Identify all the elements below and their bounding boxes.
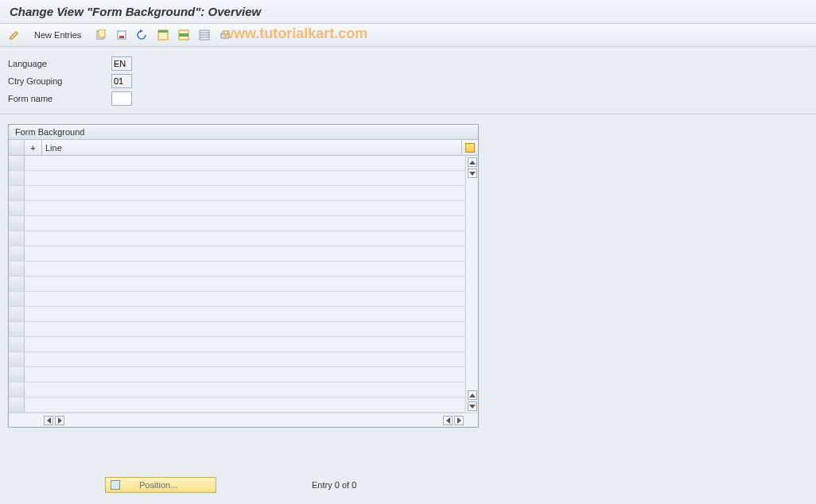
row-selector[interactable]: [9, 262, 25, 276]
language-field[interactable]: [111, 56, 132, 71]
row-cell[interactable]: [25, 186, 465, 200]
row-cell[interactable]: [25, 156, 465, 170]
svg-rect-5: [158, 30, 168, 33]
select-column-header[interactable]: [9, 140, 25, 155]
scroll-right-icon[interactable]: [55, 416, 64, 425]
line-column-header[interactable]: Line: [42, 140, 462, 155]
row-cell[interactable]: [25, 322, 465, 336]
form-name-label: Form name: [8, 94, 111, 103]
row-selector[interactable]: [9, 156, 25, 170]
svg-rect-7: [179, 33, 188, 37]
svg-rect-3: [119, 36, 124, 38]
scroll-up-icon[interactable]: [468, 390, 477, 400]
scroll-up-icon[interactable]: [468, 157, 477, 167]
table-row[interactable]: [9, 231, 465, 246]
row-cell[interactable]: [25, 292, 465, 306]
configure-icon: [465, 143, 475, 153]
scroll-down-icon[interactable]: [468, 169, 477, 178]
row-cell[interactable]: [25, 397, 465, 412]
form-name-field[interactable]: [111, 91, 132, 106]
table-row[interactable]: [9, 322, 465, 337]
table-row[interactable]: [9, 307, 465, 322]
row-selector[interactable]: [9, 277, 25, 291]
row-cell[interactable]: [25, 216, 465, 231]
table-row[interactable]: [9, 367, 465, 382]
watermark-text: www.tutorialkart.com: [223, 25, 367, 42]
row-cell[interactable]: [25, 262, 465, 276]
table-row[interactable]: [9, 216, 465, 231]
row-cell[interactable]: [25, 382, 465, 397]
select-all-icon[interactable]: [155, 27, 171, 43]
row-cell[interactable]: [25, 201, 465, 215]
row-cell[interactable]: [25, 367, 465, 382]
row-cell[interactable]: [25, 352, 465, 366]
deselect-all-icon[interactable]: [196, 27, 212, 43]
form-background-grid: Form Background + Line: [8, 124, 479, 428]
row-selector[interactable]: [9, 352, 25, 366]
row-selector[interactable]: [9, 201, 25, 215]
svg-rect-13: [223, 31, 227, 34]
table-row[interactable]: [9, 156, 465, 171]
row-cell[interactable]: [25, 171, 465, 185]
grid-title: Form Background: [9, 125, 478, 140]
row-selector[interactable]: [9, 231, 25, 246]
row-selector[interactable]: [9, 216, 25, 231]
table-row[interactable]: [9, 201, 465, 216]
scroll-left-icon[interactable]: [443, 416, 453, 425]
position-label: Position...: [139, 480, 177, 490]
table-row[interactable]: [9, 292, 465, 307]
vertical-scrollbar[interactable]: [465, 156, 478, 413]
table-row[interactable]: [9, 397, 465, 413]
table-row[interactable]: [9, 246, 465, 262]
row-cell[interactable]: [25, 307, 465, 321]
row-selector[interactable]: [9, 397, 25, 412]
row-selector[interactable]: [9, 246, 25, 261]
position-button[interactable]: Position...: [105, 477, 216, 493]
svg-rect-1: [99, 29, 105, 37]
row-selector[interactable]: [9, 322, 25, 336]
new-entries-button[interactable]: New Entries: [27, 27, 88, 43]
entry-counter: Entry 0 of 0: [312, 480, 356, 490]
table-row[interactable]: [9, 277, 465, 292]
language-label: Language: [8, 59, 111, 68]
print-icon[interactable]: [217, 27, 233, 43]
row-selector[interactable]: [9, 307, 25, 321]
scroll-right-icon[interactable]: [454, 416, 464, 425]
table-row[interactable]: [9, 337, 465, 352]
row-selector[interactable]: [9, 171, 25, 185]
scroll-down-icon[interactable]: [468, 401, 477, 411]
row-cell[interactable]: [25, 231, 465, 246]
new-entries-label: New Entries: [34, 30, 81, 40]
row-selector[interactable]: [9, 367, 25, 382]
table-row[interactable]: [9, 262, 465, 277]
select-block-icon[interactable]: [176, 27, 192, 43]
table-row[interactable]: [9, 382, 465, 397]
row-selector[interactable]: [9, 292, 25, 306]
table-row[interactable]: [9, 186, 465, 201]
page-title: Change View "Form Background": Overview: [0, 0, 816, 24]
copy-as-icon[interactable]: [93, 27, 109, 43]
ctry-grouping-label: Ctry Grouping: [8, 76, 111, 86]
row-cell[interactable]: [25, 277, 465, 291]
row-selector[interactable]: [9, 186, 25, 200]
plus-column-header[interactable]: +: [25, 140, 42, 155]
grid-header: + Line: [9, 140, 478, 156]
configure-columns-button[interactable]: [462, 140, 478, 155]
row-selector[interactable]: [9, 337, 25, 351]
position-icon: [111, 480, 120, 490]
ctry-grouping-field[interactable]: [111, 74, 132, 88]
scroll-left-icon[interactable]: [44, 416, 53, 425]
table-row[interactable]: [9, 171, 465, 186]
toggle-change-icon[interactable]: [6, 27, 22, 43]
table-row[interactable]: [9, 352, 465, 367]
application-toolbar: New Entries www.tutorialkart.com: [0, 24, 816, 47]
selection-fields: Language Ctry Grouping Form name: [0, 47, 816, 114]
delete-icon[interactable]: [114, 27, 130, 43]
horizontal-scrollbar[interactable]: [9, 413, 478, 427]
row-cell[interactable]: [25, 337, 465, 351]
row-cell[interactable]: [25, 246, 465, 261]
undo-change-icon[interactable]: [134, 27, 150, 43]
row-selector[interactable]: [9, 382, 25, 397]
